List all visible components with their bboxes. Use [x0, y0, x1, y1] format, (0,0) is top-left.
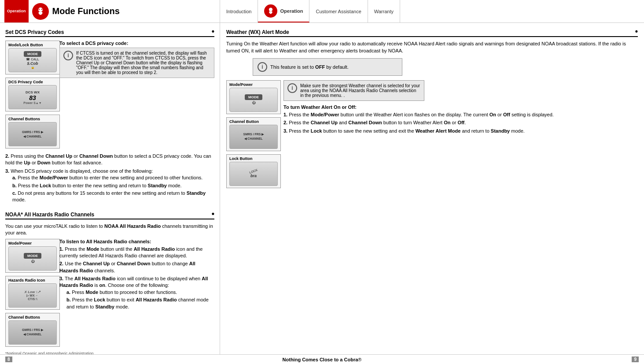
- logo-area: Operation Mode Functions: [0, 0, 220, 26]
- noaa-steps: 1. Press the Mode button until the All H…: [59, 246, 214, 311]
- noaa-instructions: To listen to All Hazards Radio channels:…: [59, 239, 214, 312]
- noaa-channel-image: GMRS / FRS ▶ ◀ CHANNEL: [8, 320, 57, 345]
- dcs-code-label: DCS Privacy Code: [8, 80, 57, 84]
- dcs-steps: 2. Press using the Channel Up or Channel…: [5, 153, 214, 204]
- tab-operation[interactable]: Operation: [258, 0, 309, 22]
- wx-mode-box: Mode/Power MODE ⏻: [226, 80, 281, 114]
- noaa-substeps: a. Press Mode button to proceed to other…: [59, 289, 214, 310]
- mode-lock-image: MODE ☎ CALL $.Cob 🔒: [8, 48, 57, 72]
- tab-warranty[interactable]: Warranty: [368, 0, 400, 22]
- dcs-code-image: DCS WX 83 Power S▲▼: [8, 85, 57, 109]
- cobra-logo-icon: [32, 3, 49, 20]
- wx-lock-label: Lock Button: [229, 156, 278, 161]
- wx-intro: Turning On the Weather Alert function wi…: [226, 41, 638, 55]
- dcs-substeps: a. Press the Mode/Power button to enter …: [5, 175, 214, 204]
- hazards-icon-box: Hazards Radio Icon X Low ↕↗ ▷ WX ← CT/S↑…: [5, 276, 60, 310]
- wx-mode-image: MODE ⏻: [229, 88, 278, 112]
- noaa-mode-box: Mode/Power MODE ⏻: [5, 239, 60, 273]
- channel-buttons-box: Channel Buttons GMRS / FRS ▶ ◀ CHANNEL: [5, 115, 60, 149]
- wx-step-2: 2. Press the Channel Up and Channel Down…: [283, 119, 638, 126]
- tab-customer-assistance[interactable]: Customer Assistance: [309, 0, 368, 22]
- dcs-section-header: Set DCS Privacy Codes •: [5, 27, 214, 37]
- wx-channel-box: Channel Button SMRS / FRS ▶ ◀ CHANNEL: [226, 117, 281, 151]
- page-right: 9: [632, 357, 639, 362]
- noaa-mode-image: MODE ⏻: [8, 246, 57, 271]
- main-content: Set DCS Privacy Codes • Mode/Lock Button…: [0, 23, 644, 354]
- dcs-code-box: DCS Privacy Code DCS WX 83 Power S▲▼: [5, 78, 60, 111]
- channel-buttons-label: Channel Buttons: [8, 117, 57, 121]
- dcs-instruction-heading: To select a DCS privacy code:: [59, 41, 214, 46]
- info-icon: i: [63, 51, 73, 60]
- wx-note-box: i Make sure the strongest Weather channe…: [283, 80, 424, 101]
- dcs-sub-b: b. Press the Lock button to enter the ne…: [12, 182, 214, 189]
- noaa-sub-b: b. Press the Lock button to exit All Haz…: [66, 297, 214, 310]
- dcs-heading: Set DCS Privacy Codes: [5, 29, 64, 35]
- wx-mode-label: Mode/Power: [229, 82, 278, 87]
- wx-instructions: i Make sure the strongest Weather channe…: [283, 80, 638, 190]
- dcs-step-3: 3. When DCS privacy code is displayed, c…: [5, 168, 214, 204]
- noaa-sub-a: a. Press Mode button to proceed to other…: [66, 289, 214, 296]
- dcs-instructions: To select a DCS privacy code: i If CTCSS…: [59, 41, 214, 80]
- dcs-images: Mode/Lock Button MODE ☎ CALL $.Cob 🔒 DCS…: [5, 41, 56, 150]
- noaa-images: Mode/Power MODE ⏻ Hazards Radio Icon X L…: [5, 239, 56, 349]
- wx-step-3: 3. Press the Lock button to save the new…: [283, 128, 638, 134]
- hazards-icon-label: Hazards Radio Icon: [8, 278, 57, 282]
- mode-lock-label: Mode/Lock Button: [8, 43, 57, 47]
- noaa-heading: NOAA* All Hazards Radio Channels: [5, 212, 94, 218]
- wx-channel-label: Channel Button: [229, 119, 278, 124]
- wx-note-text: Make sure the strongest Weather channel …: [300, 83, 420, 98]
- noaa-step-3: 3. The All Hazards Radio icon will conti…: [59, 275, 214, 310]
- wx-section-header: Weather (WX) Alert Mode •: [226, 27, 638, 37]
- noaa-step-1: 1. Press the Mode button until the All H…: [59, 246, 214, 260]
- dcs-sub-c: c. Do not press any buttons for 15 secon…: [12, 190, 214, 204]
- mode-lock-box: Mode/Lock Button MODE ☎ CALL $.Cob 🔒: [5, 41, 60, 74]
- operation-tab-icon: [264, 4, 277, 18]
- noaa-section: NOAA* All Hazards Radio Channels • You c…: [5, 210, 214, 354]
- wx-step-1: 1. Press the Mode/Power button until the…: [283, 111, 638, 118]
- noaa-channel-label: Channel Buttons: [8, 315, 57, 319]
- wx-instruction-heading: To turn Weather Alert On or Off:: [283, 104, 638, 110]
- dcs-sub-a: a. Press the Mode/Power button to enter …: [12, 175, 214, 181]
- right-panel: Weather (WX) Alert Mode • Turning On the…: [220, 23, 644, 354]
- svg-point-3: [269, 7, 272, 11]
- wx-channel-image: SMRS / FRS ▶ ◀ CHANNEL: [229, 125, 278, 149]
- noaa-instruction-heading: To listen to All Hazards Radio channels:: [59, 239, 214, 244]
- footer: 8 Nothing Comes Close to a Cobra® 9: [0, 354, 644, 364]
- page-title: Mode Functions: [52, 6, 120, 16]
- mode-btn: MODE: [24, 51, 41, 57]
- left-panel: Set DCS Privacy Codes • Mode/Lock Button…: [0, 23, 220, 354]
- dcs-info-text: If CTCSS is turned on at the channel sel…: [76, 51, 210, 75]
- wx-device-images: Mode/Power MODE ⏻ Channel Button SMRS / …: [226, 80, 279, 190]
- tabs-area: Introduction Operation Customer Assistan…: [220, 0, 644, 22]
- footer-brand: Nothing Comes Close to a Cobra®: [283, 357, 362, 362]
- svg-point-2: [41, 8, 42, 9]
- wx-content: Mode/Power MODE ⏻ Channel Button SMRS / …: [226, 80, 638, 190]
- feature-note-text: This feature is set to OFF by default.: [270, 64, 349, 70]
- hazards-icon-image: X Low ↕↗ ▷ WX ← CT/S↑\: [8, 283, 57, 308]
- noaa-channel-box: Channel Buttons GMRS / FRS ▶ ◀ CHANNEL: [5, 313, 60, 347]
- noaa-mode-label: Mode/Power: [8, 241, 57, 245]
- page-left: 8: [5, 357, 12, 362]
- feature-info-icon: i: [258, 62, 267, 72]
- dcs-content: Mode/Lock Button MODE ☎ CALL $.Cob 🔒 DCS…: [5, 41, 214, 150]
- wx-note-icon: i: [287, 83, 297, 93]
- wx-dot: •: [635, 27, 638, 35]
- noaa-mode-btn: MODE: [24, 253, 41, 259]
- tab-introduction[interactable]: Introduction: [220, 0, 258, 22]
- noaa-step-2: 2. Use the Channel Up or Channel Down bu…: [59, 260, 214, 274]
- top-nav: Operation Mode Functions Introduction Op…: [0, 0, 644, 23]
- wx-heading: Weather (WX) Alert Mode: [226, 29, 289, 35]
- noaa-intro: You can use your microTALK radio to list…: [5, 223, 214, 237]
- svg-point-1: [38, 8, 39, 9]
- wx-mode-btn: MODE: [245, 94, 262, 100]
- wx-lock-box: Lock Button LOCK bra: [226, 154, 281, 188]
- dcs-info-box: i If CTCSS is turned on at the channel s…: [59, 48, 214, 78]
- noaa-content: Mode/Power MODE ⏻ Hazards Radio Icon X L…: [5, 239, 214, 349]
- noaa-footnote: *National Oceanic and Atmospheric Admini…: [5, 351, 214, 354]
- noaa-section-header: NOAA* All Hazards Radio Channels •: [5, 210, 214, 219]
- left-badge: Operation: [4, 0, 29, 23]
- noaa-dot: •: [212, 210, 214, 218]
- channel-buttons-image: GMRS / FRS ▶ ◀ CHANNEL: [8, 122, 57, 146]
- feature-note-box: i This feature is set to OFF by default.: [253, 58, 402, 76]
- dcs-step-2: 2. Press using the Channel Up or Channel…: [5, 153, 214, 167]
